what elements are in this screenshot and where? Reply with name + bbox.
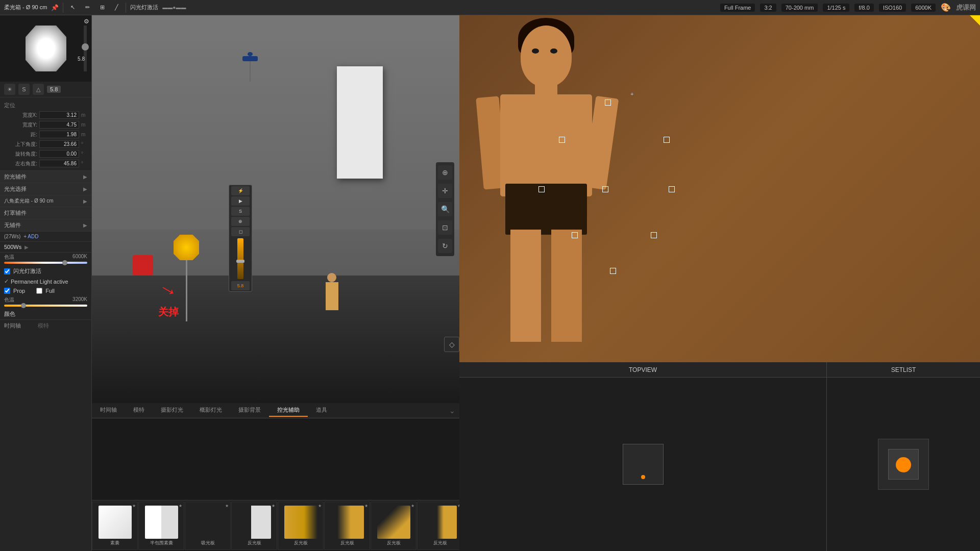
thumb-preview-6 [377, 506, 410, 539]
popup-slider[interactable] [237, 238, 243, 279]
model-leg-right [551, 230, 582, 342]
thumb-2[interactable]: 吸光板 ★ [185, 502, 231, 550]
sel-handle-7[interactable] [572, 232, 578, 238]
tab-model[interactable]: 模特 [125, 404, 153, 417]
triangle-btn[interactable]: △ [33, 84, 44, 95]
warmth-slider[interactable] [4, 305, 87, 307]
sel-handle-4[interactable] [538, 186, 545, 192]
nav-overlay: ⊕ ✛ 🔍 ⊡ ↻ [436, 162, 454, 256]
tab-expand-icon[interactable]: ⌄ [445, 405, 459, 417]
zoom-icon[interactable]: 🔍 [438, 202, 452, 216]
light-popup-toolbar[interactable]: ⚡ ▶ S ⊕ ◻ 5.8 [229, 185, 252, 292]
no-part-section[interactable]: 无辅件 ▶ [0, 219, 91, 232]
watermark: 虎课网 [956, 3, 976, 12]
rotate-icon[interactable]: ↻ [438, 239, 452, 253]
red-box-object[interactable] [133, 255, 153, 276]
orbit-icon[interactable]: ⊕ [438, 165, 452, 180]
flash-active-checkbox[interactable] [4, 268, 10, 274]
y-input[interactable] [39, 121, 79, 129]
grid-tool[interactable]: ⊞ [97, 3, 108, 12]
sel-handle-3[interactable] [664, 137, 670, 143]
camera-object[interactable] [240, 56, 260, 82]
thumb-0[interactable]: 素囊 ★ [92, 502, 138, 550]
thumb-star-6: ★ [411, 504, 414, 508]
angle1-input[interactable] [39, 140, 79, 148]
pencil-tool[interactable]: ╱ [112, 3, 121, 12]
stand-section[interactable]: 灯罩辅件 [0, 207, 91, 219]
sel-handle-6[interactable] [669, 186, 675, 192]
angle3-input[interactable] [39, 160, 79, 167]
light-select-section[interactable]: 光光选择 ▶ [0, 183, 91, 195]
kelvin-param[interactable]: 6000K [911, 4, 936, 12]
tab-background[interactable]: 摄影背景 [230, 404, 269, 417]
thumb-6[interactable]: 反光板 ★ [371, 502, 416, 550]
prop-checkbox[interactable] [4, 288, 10, 294]
thumb-5[interactable]: 反光板 ★ [324, 502, 370, 550]
sep2 [126, 3, 126, 13]
x-input[interactable] [39, 111, 79, 119]
light-head [174, 235, 199, 260]
sel-handle-2[interactable] [559, 137, 565, 143]
setlist-thumbnail[interactable] [878, 439, 929, 490]
right-bottom: TOPVIEW SETLIST [459, 362, 980, 551]
pan-icon[interactable]: ✛ [438, 184, 452, 198]
brightness-slider[interactable] [84, 26, 87, 71]
thumb-7[interactable]: 反光板 ★ [417, 502, 463, 550]
paint-tool[interactable]: ✏ [82, 3, 93, 12]
add-button[interactable]: + ADD [23, 234, 38, 239]
white-panel[interactable] [337, 66, 383, 179]
frame-mode[interactable]: Full Frame [720, 4, 755, 12]
permanent-light-row: ✓ Permanent Light active [0, 277, 91, 286]
warmth-thumb[interactable] [21, 303, 26, 308]
tab-env-light[interactable]: 概影灯光 [191, 404, 230, 417]
warmth-label: 色温 [4, 296, 14, 304]
angle2-input[interactable] [39, 150, 79, 158]
frame-icon[interactable]: ⊡ [438, 220, 452, 235]
sel-handle-8[interactable] [651, 232, 657, 238]
thumb-preview-0 [99, 506, 132, 539]
thumb-3[interactable]: 反光板 ★ [231, 502, 277, 550]
setlist-inner [888, 449, 919, 480]
angle3-unit: ° [81, 161, 87, 166]
sel-handle-9[interactable] [610, 268, 616, 274]
pin-icon[interactable]: 📌 [51, 4, 59, 11]
tab-control-assist[interactable]: 控光辅助 [269, 404, 308, 417]
pointer-tool[interactable]: ↖ [67, 3, 78, 12]
scene-icon[interactable]: ◇ [444, 337, 459, 352]
workspace-slider[interactable]: ▬▬●▬▬ [162, 5, 186, 10]
aperture-param[interactable]: f/8.0 [854, 4, 873, 12]
lens-param[interactable]: 70-200 mm [781, 4, 818, 12]
sun-btn[interactable]: ☀ [4, 84, 15, 95]
slider-thumb[interactable] [82, 43, 89, 51]
shutter-param[interactable]: 1/125 s [823, 4, 849, 12]
popup-play-btn[interactable]: ▶ [231, 196, 250, 206]
setlist-label: SETLIST [891, 366, 916, 373]
z-input[interactable] [39, 131, 79, 138]
settings-icon[interactable]: ⚙ [84, 18, 89, 25]
popup-s-btn[interactable]: S [231, 207, 250, 216]
thumb-4[interactable]: 反光板 ★ [278, 502, 324, 550]
main-viewport[interactable]: → 关掉 ⚡ ▶ S ⊕ ◻ 5.8 ⊕ ✛ 🔍 ⊡ ↻ [92, 15, 459, 403]
color-wheel-icon[interactable]: 🎨 [941, 3, 951, 12]
bottom-strip: 素囊 ★ 半包围素囊 ★ 吸光板 ★ 反光板 ★ 反光板 ★ 反光板 ★ 反光板… [92, 500, 459, 551]
color-temp-slider[interactable] [4, 262, 87, 264]
setlist-panel: SETLIST [827, 362, 980, 551]
octabox-section[interactable]: 八角柔光箱 - Ø 90 cm ▶ [0, 195, 91, 207]
s-btn[interactable]: S [18, 84, 30, 95]
thumb-1[interactable]: 半包围素囊 ★ [138, 502, 184, 550]
tab-props[interactable]: 道具 [308, 404, 335, 417]
figure-model[interactable] [322, 273, 342, 324]
popup-lock-btn[interactable]: ◻ [231, 227, 250, 236]
sel-handle-5[interactable] [602, 186, 608, 192]
sel-handle-1[interactable] [605, 99, 611, 106]
tab-timeline[interactable]: 时间轴 [92, 404, 125, 417]
ratio-param[interactable]: 3:2 [760, 4, 776, 12]
full-checkbox[interactable] [36, 288, 42, 294]
color-temp-thumb[interactable] [62, 260, 67, 265]
popup-slider-thumb[interactable] [236, 260, 244, 263]
tab-photo-light[interactable]: 摄影灯光 [153, 404, 191, 417]
popup-power-btn[interactable]: ⚡ [231, 186, 250, 195]
iso-param[interactable]: ISO160 [879, 4, 906, 12]
light-control-section[interactable]: 控光辅件 ▶ [0, 171, 91, 183]
popup-move-btn[interactable]: ⊕ [231, 217, 250, 226]
